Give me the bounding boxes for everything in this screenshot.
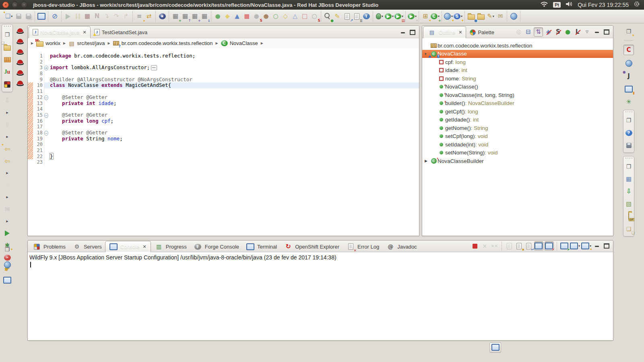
perspective-javaee-icon[interactable]: ▮ <box>624 84 634 94</box>
search-button[interactable]: ● <box>323 12 332 21</box>
collapse-all-button[interactable]: ⊟ <box>524 28 533 36</box>
step-into-button[interactable]: ↴ <box>102 12 111 21</box>
outline-item-setidade-int[interactable]: setIdade(int) : void <box>422 140 613 149</box>
view-tab-outline[interactable]: ▤Outline✕ <box>423 26 466 38</box>
folding-column[interactable]: − <box>44 112 50 118</box>
open-perspective-icon[interactable]: ❐✦ <box>624 27 634 36</box>
web-browser-button[interactable] <box>509 12 518 21</box>
task-list-button[interactable]: ≣ <box>352 12 361 21</box>
module-icon[interactable]: M <box>36 40 43 47</box>
expand-icon[interactable]: ▶ <box>425 159 430 163</box>
breadcrumb-item-novaclasse[interactable]: CNovaClasse <box>221 40 258 47</box>
run-on-server-button[interactable]: ▶▤▾ <box>394 12 404 21</box>
text-editor-button[interactable]: T <box>361 12 371 21</box>
expander-icon[interactable]: ▸ <box>2 216 12 226</box>
external-tools-button[interactable]: ▶◦▾ <box>407 12 417 21</box>
expander-icon[interactable]: ▸ <box>2 168 12 178</box>
bottom-tab-servers[interactable]: ⚙Servers <box>69 241 105 252</box>
maximize-window-icon[interactable]: ▫ <box>21 2 27 8</box>
outline-item-getcpf[interactable]: getCpf() : long <box>422 107 613 116</box>
bottom-tab-forge-console[interactable]: FForge Console <box>190 241 242 252</box>
profiler-export-button[interactable]: ▦+ <box>190 12 200 21</box>
sphere-view-icon[interactable] <box>2 260 12 269</box>
new-java-project-button[interactable]: ⊞✦ <box>421 12 430 21</box>
perspective-debug-icon[interactable]: ✳ <box>624 97 634 107</box>
outline-item-novaclasse[interactable]: ▾C?NovaClasse <box>422 50 613 58</box>
outline-item-getidade[interactable]: getIdade() : int <box>422 116 613 124</box>
redhat-view-icon[interactable] <box>15 37 25 47</box>
breadcrumb-item-src-test-java[interactable]: ▤src/test/java <box>68 40 105 47</box>
step-return-button[interactable]: ↱ <box>121 12 131 21</box>
folding-column[interactable] <box>44 148 50 154</box>
folding-column[interactable]: − <box>44 95 50 101</box>
show-stdout-button[interactable] <box>534 241 543 251</box>
minimize-button[interactable] <box>592 242 601 250</box>
redhat-view-icon[interactable] <box>15 47 25 58</box>
junit-view-icon[interactable]: Ju <box>2 67 12 77</box>
session-gear-icon[interactable] <box>634 1 640 9</box>
console-view-button[interactable] <box>37 12 46 21</box>
bottom-tab-javadoc[interactable]: @Javadoc <box>382 241 420 252</box>
code-editor[interactable]: 1package br.com.codecode.workix.tests.re… <box>28 48 419 236</box>
new-class-button[interactable]: C+▾ <box>430 12 440 21</box>
view-tab-palette[interactable]: Palette <box>466 27 497 38</box>
back-icon[interactable]: ⇦ <box>2 156 12 166</box>
save-all-button[interactable] <box>23 12 33 21</box>
maximize-button[interactable] <box>602 28 611 36</box>
step-over-button[interactable]: ↷ <box>111 12 121 21</box>
expander-icon[interactable]: ▸ <box>2 192 12 202</box>
annotate-button[interactable]: ✎▾ <box>486 12 495 21</box>
collapse-fold-icon[interactable]: − <box>44 95 48 100</box>
folding-column[interactable] <box>44 124 50 130</box>
maximize-button[interactable] <box>602 242 611 250</box>
profiler-attach-button[interactable]: ▦↓ <box>200 12 209 21</box>
redhat-view-icon[interactable] <box>15 79 25 89</box>
collapsed-region-icon[interactable] <box>151 65 157 70</box>
bottom-tab-progress[interactable]: ▥Progress <box>151 241 190 252</box>
class-icon[interactable]: C <box>221 40 228 47</box>
folding-column[interactable] <box>44 77 50 83</box>
hide-static-button[interactable]: S <box>554 28 562 36</box>
new-wizard-button[interactable]: ❏✦▾ <box>4 12 14 21</box>
close-icon[interactable]: ✕ <box>458 30 462 35</box>
restore-views-icon[interactable]: ❐ <box>2 30 12 39</box>
skip-breakpoints-button[interactable]: ⊘ <box>50 12 60 21</box>
jboss-wizard-button[interactable]: ✶ <box>157 12 167 21</box>
suspend-button[interactable] <box>73 12 83 21</box>
mail-icon[interactable]: ✉ <box>2 204 12 214</box>
bottom-tab-terminal[interactable]: Terminal <box>242 241 280 252</box>
marker-circle-button[interactable]: ● <box>213 12 223 21</box>
marker-ring-button[interactable]: ○ <box>271 12 281 21</box>
open-resource-button[interactable]: ↗ <box>342 12 352 21</box>
terminal-icon[interactable] <box>246 242 255 251</box>
clock[interactable]: Qui Fev 23 19:22:55 <box>578 2 629 8</box>
show-stderr-button[interactable]: ✕ <box>545 241 554 251</box>
disconnect-button[interactable]: N <box>92 12 102 21</box>
copy-files-view-icon[interactable]: ❏❏ <box>624 224 634 234</box>
maximize-button[interactable] <box>408 28 417 37</box>
console-icon[interactable] <box>109 242 118 251</box>
marker-ring-s-button[interactable]: ○S <box>310 12 319 21</box>
folding-column[interactable] <box>44 71 50 77</box>
marker-blob-button[interactable]: ● <box>261 12 271 21</box>
outline-item-setnome-string[interactable]: setNome(String) : void <box>422 149 613 157</box>
notification-icon[interactable] <box>489 342 501 352</box>
back-history-new-icon[interactable]: ⇦✦ <box>2 144 12 154</box>
open-web-resource-button[interactable]: ● <box>466 12 476 21</box>
save-button[interactable] <box>14 12 23 21</box>
editor-tab-novaclasse-java[interactable]: JNovaClasse.java✕ <box>29 26 91 38</box>
outline-tree[interactable]: br.com.codecode.workix.tests.reflection▾… <box>422 38 613 236</box>
display-console-button[interactable]: ▾ <box>570 242 580 250</box>
clear-console-button[interactable] <box>505 242 514 250</box>
outline-item-novaclasse-int-long-string[interactable]: cNovaClasse(int, long, String) <box>422 91 613 99</box>
mark-occurrences-button[interactable]: ✎ <box>332 12 342 21</box>
close-window-icon[interactable]: ✕ <box>2 2 9 8</box>
import-view-icon[interactable]: ⇩ <box>624 187 634 196</box>
outline-item-nome[interactable]: nome : String <box>422 74 613 83</box>
redhat-view-icon[interactable] <box>15 68 25 78</box>
error-log-icon[interactable]: ✕ <box>346 242 355 251</box>
outline-item-novaclasse[interactable]: cNovaClasse() <box>422 83 613 91</box>
export-file-icon[interactable]: ⇧ <box>2 120 12 130</box>
collapse-fold-icon[interactable]: − <box>44 113 48 118</box>
table-view-icon[interactable] <box>2 55 12 64</box>
